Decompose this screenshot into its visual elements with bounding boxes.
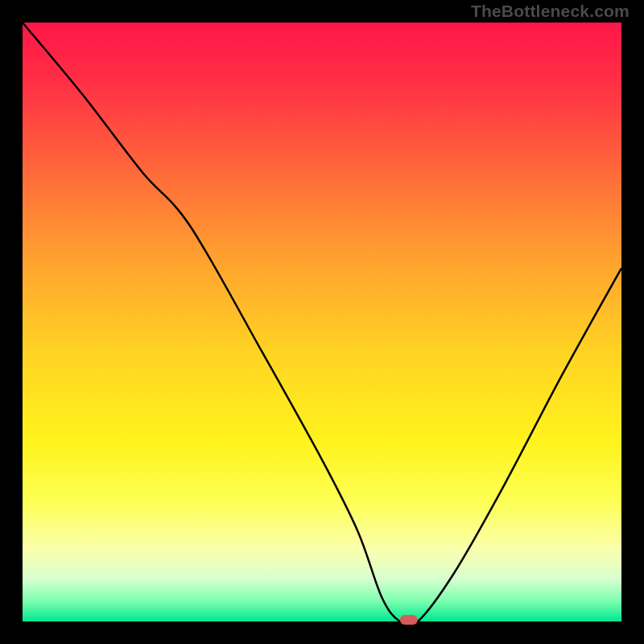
- chart-frame: TheBottleneck.com: [0, 0, 644, 644]
- watermark-text: TheBottleneck.com: [471, 2, 630, 21]
- plot-background: [23, 23, 621, 621]
- optimal-marker: [400, 615, 418, 625]
- bottleneck-chart: [0, 0, 644, 644]
